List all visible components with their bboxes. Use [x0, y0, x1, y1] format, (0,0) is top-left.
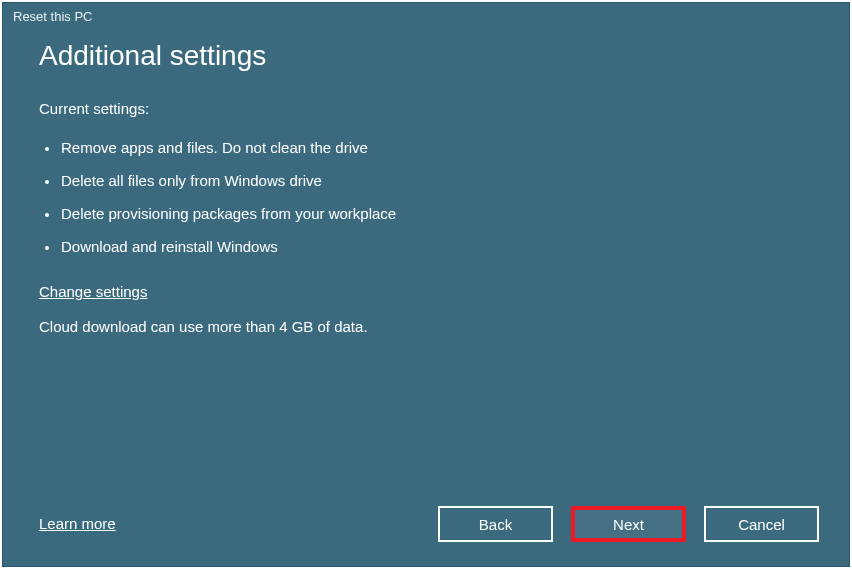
- setting-item: Remove apps and files. Do not clean the …: [39, 133, 813, 166]
- cloud-download-notice: Cloud download can use more than 4 GB of…: [39, 318, 813, 335]
- content-area: Additional settings Current settings: Re…: [3, 30, 849, 566]
- current-settings-label: Current settings:: [39, 100, 813, 117]
- setting-item: Download and reinstall Windows: [39, 232, 813, 265]
- setting-item: Delete provisioning packages from your w…: [39, 199, 813, 232]
- footer: Learn more Back Next Cancel: [39, 506, 819, 542]
- cancel-button[interactable]: Cancel: [704, 506, 819, 542]
- button-row: Back Next Cancel: [438, 506, 819, 542]
- setting-item: Delete all files only from Windows drive: [39, 166, 813, 199]
- back-button[interactable]: Back: [438, 506, 553, 542]
- next-button[interactable]: Next: [571, 506, 686, 542]
- learn-more-link[interactable]: Learn more: [39, 515, 116, 532]
- page-title: Additional settings: [39, 40, 813, 72]
- reset-pc-window: Reset this PC Additional settings Curren…: [2, 2, 850, 567]
- change-settings-link[interactable]: Change settings: [39, 283, 147, 300]
- settings-list: Remove apps and files. Do not clean the …: [39, 133, 813, 265]
- window-title: Reset this PC: [3, 3, 849, 30]
